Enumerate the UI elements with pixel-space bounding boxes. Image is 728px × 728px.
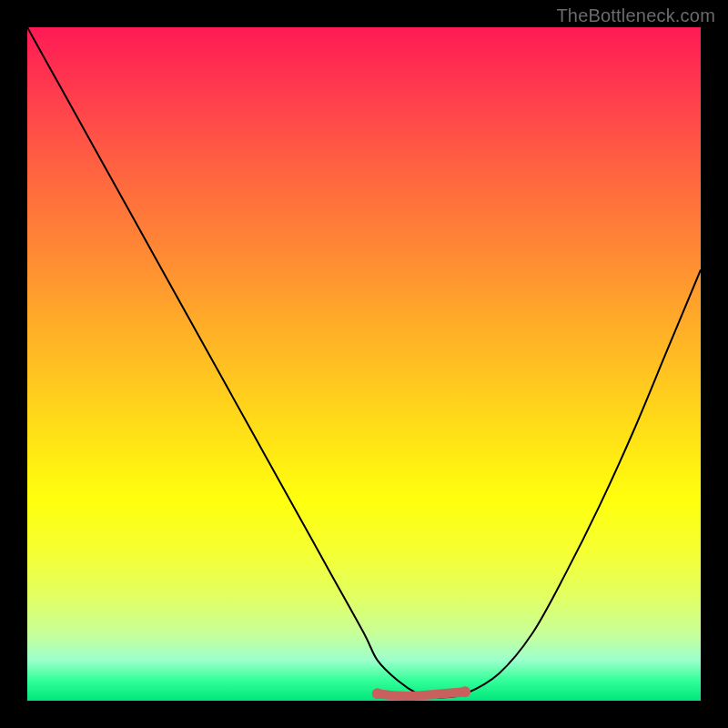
flat-region-end-dot — [460, 686, 470, 697]
bottleneck-curve — [27, 27, 701, 698]
flat-region-start-dot — [372, 688, 383, 699]
optimal-flat-region — [378, 692, 465, 696]
plot-area — [27, 27, 701, 701]
watermark-text: TheBottleneck.com — [556, 5, 715, 26]
curve-layer — [27, 27, 701, 701]
chart-frame: TheBottleneck.com — [0, 0, 728, 728]
